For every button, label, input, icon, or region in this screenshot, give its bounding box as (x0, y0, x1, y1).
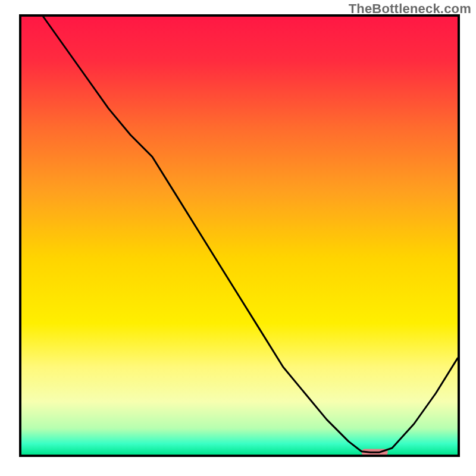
bottleneck-chart (0, 0, 476, 476)
watermark-text: TheBottleneck.com (349, 1, 471, 17)
plot-gradient-fill (21, 17, 458, 455)
chart-stage: TheBottleneck.com (0, 0, 476, 476)
